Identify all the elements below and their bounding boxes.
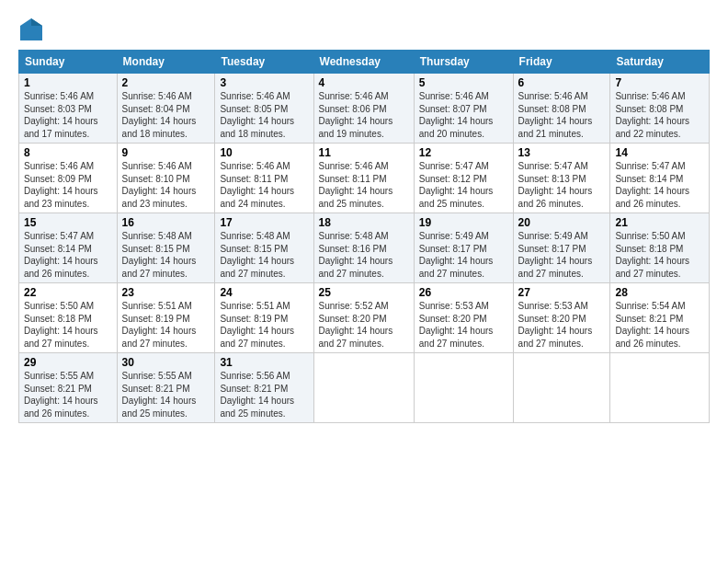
calendar-cell: 1Sunrise: 5:46 AM Sunset: 8:03 PM Daylig… (19, 74, 118, 144)
calendar-cell: 23Sunrise: 5:51 AM Sunset: 8:19 PM Dayli… (117, 283, 215, 353)
day-number: 15 (24, 216, 112, 229)
day-info: Sunrise: 5:46 AM Sunset: 8:06 PM Dayligh… (319, 90, 409, 140)
header-cell-friday: Friday (513, 51, 610, 74)
day-number: 30 (122, 356, 210, 369)
day-number: 7 (615, 76, 704, 89)
header (18, 17, 710, 42)
day-info: Sunrise: 5:46 AM Sunset: 8:11 PM Dayligh… (220, 160, 308, 210)
calendar-cell: 7Sunrise: 5:46 AM Sunset: 8:08 PM Daylig… (610, 74, 710, 144)
day-number: 21 (615, 216, 704, 229)
day-info: Sunrise: 5:48 AM Sunset: 8:15 PM Dayligh… (220, 230, 308, 280)
calendar-cell: 17Sunrise: 5:48 AM Sunset: 8:15 PM Dayli… (215, 213, 313, 283)
calendar-cell: 2Sunrise: 5:46 AM Sunset: 8:04 PM Daylig… (117, 74, 215, 144)
calendar-cell: 22Sunrise: 5:50 AM Sunset: 8:18 PM Dayli… (19, 283, 118, 353)
header-cell-sunday: Sunday (19, 51, 118, 74)
page: SundayMondayTuesdayWednesdayThursdayFrid… (0, 0, 728, 432)
day-number: 13 (518, 146, 606, 159)
day-number: 18 (319, 216, 409, 229)
calendar-cell (610, 353, 710, 423)
day-info: Sunrise: 5:55 AM Sunset: 8:21 PM Dayligh… (122, 370, 210, 419)
day-info: Sunrise: 5:46 AM Sunset: 8:07 PM Dayligh… (419, 90, 508, 140)
day-number: 4 (319, 76, 409, 89)
calendar-cell: 13Sunrise: 5:47 AM Sunset: 8:13 PM Dayli… (513, 144, 610, 213)
header-row: SundayMondayTuesdayWednesdayThursdayFrid… (19, 51, 710, 74)
day-number: 26 (419, 286, 508, 299)
header-cell-tuesday: Tuesday (215, 51, 313, 74)
header-cell-wednesday: Wednesday (313, 51, 414, 74)
day-info: Sunrise: 5:46 AM Sunset: 8:08 PM Dayligh… (518, 90, 606, 140)
calendar-cell: 11Sunrise: 5:46 AM Sunset: 8:11 PM Dayli… (313, 144, 414, 213)
calendar-cell: 31Sunrise: 5:56 AM Sunset: 8:21 PM Dayli… (215, 353, 313, 423)
calendar-cell: 29Sunrise: 5:55 AM Sunset: 8:21 PM Dayli… (19, 353, 118, 423)
day-info: Sunrise: 5:56 AM Sunset: 8:21 PM Dayligh… (220, 370, 308, 419)
calendar-cell: 12Sunrise: 5:47 AM Sunset: 8:12 PM Dayli… (414, 144, 513, 213)
day-info: Sunrise: 5:50 AM Sunset: 8:18 PM Dayligh… (615, 230, 704, 280)
day-info: Sunrise: 5:46 AM Sunset: 8:08 PM Dayligh… (615, 90, 704, 140)
day-number: 16 (122, 216, 210, 229)
svg-rect-2 (20, 26, 31, 40)
day-number: 23 (122, 286, 210, 299)
day-info: Sunrise: 5:49 AM Sunset: 8:17 PM Dayligh… (518, 230, 606, 280)
day-info: Sunrise: 5:52 AM Sunset: 8:20 PM Dayligh… (319, 300, 409, 350)
header-cell-monday: Monday (117, 51, 215, 74)
day-info: Sunrise: 5:48 AM Sunset: 8:16 PM Dayligh… (319, 230, 409, 280)
day-number: 9 (122, 146, 210, 159)
day-number: 19 (419, 216, 508, 229)
header-cell-saturday: Saturday (610, 51, 710, 74)
calendar-cell: 20Sunrise: 5:49 AM Sunset: 8:17 PM Dayli… (513, 213, 610, 283)
header-cell-thursday: Thursday (414, 51, 513, 74)
day-number: 2 (122, 76, 210, 89)
calendar-cell: 5Sunrise: 5:46 AM Sunset: 8:07 PM Daylig… (414, 74, 513, 144)
calendar-cell: 21Sunrise: 5:50 AM Sunset: 8:18 PM Dayli… (610, 213, 710, 283)
day-info: Sunrise: 5:55 AM Sunset: 8:21 PM Dayligh… (24, 370, 112, 419)
calendar-cell: 18Sunrise: 5:48 AM Sunset: 8:16 PM Dayli… (313, 213, 414, 283)
day-info: Sunrise: 5:47 AM Sunset: 8:14 PM Dayligh… (24, 230, 112, 280)
calendar-cell: 25Sunrise: 5:52 AM Sunset: 8:20 PM Dayli… (313, 283, 414, 353)
calendar-cell: 4Sunrise: 5:46 AM Sunset: 8:06 PM Daylig… (313, 74, 414, 144)
calendar-header: SundayMondayTuesdayWednesdayThursdayFrid… (19, 51, 710, 74)
day-number: 28 (615, 286, 704, 299)
day-number: 11 (319, 146, 409, 159)
week-row-4: 22Sunrise: 5:50 AM Sunset: 8:18 PM Dayli… (19, 283, 710, 353)
day-number: 8 (24, 146, 112, 159)
day-info: Sunrise: 5:47 AM Sunset: 8:12 PM Dayligh… (419, 160, 508, 210)
day-number: 25 (319, 286, 409, 299)
week-row-3: 15Sunrise: 5:47 AM Sunset: 8:14 PM Dayli… (19, 213, 710, 283)
day-number: 6 (518, 76, 606, 89)
day-number: 5 (419, 76, 508, 89)
day-number: 27 (518, 286, 606, 299)
calendar-cell: 19Sunrise: 5:49 AM Sunset: 8:17 PM Dayli… (414, 213, 513, 283)
calendar-cell: 26Sunrise: 5:53 AM Sunset: 8:20 PM Dayli… (414, 283, 513, 353)
svg-marker-1 (31, 18, 42, 26)
day-info: Sunrise: 5:48 AM Sunset: 8:15 PM Dayligh… (122, 230, 210, 280)
week-row-1: 1Sunrise: 5:46 AM Sunset: 8:03 PM Daylig… (19, 74, 710, 144)
calendar-cell: 16Sunrise: 5:48 AM Sunset: 8:15 PM Dayli… (117, 213, 215, 283)
calendar-cell: 9Sunrise: 5:46 AM Sunset: 8:10 PM Daylig… (117, 144, 215, 213)
day-info: Sunrise: 5:54 AM Sunset: 8:21 PM Dayligh… (615, 300, 704, 350)
calendar-body: 1Sunrise: 5:46 AM Sunset: 8:03 PM Daylig… (19, 74, 710, 423)
day-info: Sunrise: 5:49 AM Sunset: 8:17 PM Dayligh… (419, 230, 508, 280)
week-row-2: 8Sunrise: 5:46 AM Sunset: 8:09 PM Daylig… (19, 144, 710, 213)
day-number: 29 (24, 356, 112, 369)
day-info: Sunrise: 5:53 AM Sunset: 8:20 PM Dayligh… (518, 300, 606, 350)
day-info: Sunrise: 5:46 AM Sunset: 8:11 PM Dayligh… (319, 160, 409, 210)
calendar-cell: 24Sunrise: 5:51 AM Sunset: 8:19 PM Dayli… (215, 283, 313, 353)
calendar-cell: 10Sunrise: 5:46 AM Sunset: 8:11 PM Dayli… (215, 144, 313, 213)
day-info: Sunrise: 5:46 AM Sunset: 8:04 PM Dayligh… (122, 90, 210, 140)
calendar-cell: 27Sunrise: 5:53 AM Sunset: 8:20 PM Dayli… (513, 283, 610, 353)
day-info: Sunrise: 5:50 AM Sunset: 8:18 PM Dayligh… (24, 300, 112, 350)
calendar-cell: 30Sunrise: 5:55 AM Sunset: 8:21 PM Dayli… (117, 353, 215, 423)
calendar-cell (414, 353, 513, 423)
day-info: Sunrise: 5:46 AM Sunset: 8:10 PM Dayligh… (122, 160, 210, 210)
day-info: Sunrise: 5:47 AM Sunset: 8:13 PM Dayligh… (518, 160, 606, 210)
calendar-cell: 15Sunrise: 5:47 AM Sunset: 8:14 PM Dayli… (19, 213, 118, 283)
day-number: 22 (24, 286, 112, 299)
calendar-table: SundayMondayTuesdayWednesdayThursdayFrid… (18, 50, 710, 423)
calendar-cell: 14Sunrise: 5:47 AM Sunset: 8:14 PM Dayli… (610, 144, 710, 213)
day-number: 17 (220, 216, 308, 229)
day-info: Sunrise: 5:51 AM Sunset: 8:19 PM Dayligh… (122, 300, 210, 350)
day-info: Sunrise: 5:46 AM Sunset: 8:09 PM Dayligh… (24, 160, 112, 210)
day-number: 1 (24, 76, 112, 89)
day-number: 3 (220, 76, 308, 89)
day-info: Sunrise: 5:53 AM Sunset: 8:20 PM Dayligh… (419, 300, 508, 350)
